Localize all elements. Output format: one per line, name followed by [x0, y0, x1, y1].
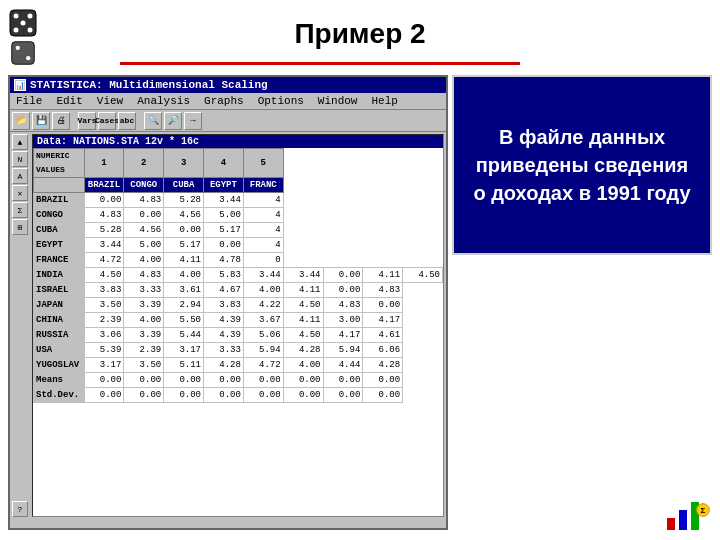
col-name-congo: CONGO [124, 178, 164, 193]
menu-help[interactable]: Help [367, 94, 401, 108]
menu-window[interactable]: Window [314, 94, 362, 108]
cell-china-4: 3.67 [243, 313, 283, 328]
toolbar-btn-save[interactable]: 💾 [32, 112, 50, 130]
cell-ext-std.dev.-1: 0.00 [323, 388, 363, 403]
col-name-egypt: EGYPT [204, 178, 244, 193]
cell-russia-0: 3.06 [84, 328, 124, 343]
toolbar-btn-abc[interactable]: abc [118, 112, 136, 130]
cell-china-3: 4.39 [204, 313, 244, 328]
dice-decoration [8, 8, 38, 66]
col-2: 2 [124, 149, 164, 178]
cell-russia-4: 5.06 [243, 328, 283, 343]
cell-japan-2: 2.94 [164, 298, 204, 313]
toolbar-btn-zoom-out[interactable]: 🔎 [164, 112, 182, 130]
numeric-values-header: NUMERICVALUES [34, 149, 85, 178]
cell-means-3: 0.00 [204, 373, 244, 388]
col-name-cuba: CUBA [164, 178, 204, 193]
menu-options[interactable]: Options [254, 94, 308, 108]
cell-brazil-1: 4.83 [124, 193, 164, 208]
table-row: ISRAEL3.833.333.614.674.004.110.004.83 [34, 283, 443, 298]
table-row: Std.Dev.0.000.000.000.000.000.000.000.00 [34, 388, 443, 403]
window-title: STATISTICA: Multidimensional Scaling [30, 79, 268, 91]
menu-view[interactable]: View [93, 94, 127, 108]
side-btn-grid[interactable]: ⊞ [12, 219, 28, 235]
row-header-israel: ISRAEL [34, 283, 85, 298]
cell-india-2: 4.00 [164, 268, 204, 283]
toolbar-btn-print[interactable]: 🖨 [52, 112, 70, 130]
cell-congo-3: 5.00 [204, 208, 244, 223]
side-btn-x[interactable]: ✕ [12, 185, 28, 201]
menu-file[interactable]: File [12, 94, 46, 108]
cell-cuba-3: 5.17 [204, 223, 244, 238]
cell-std.dev.-1: 0.00 [124, 388, 164, 403]
cell-cuba-1: 4.56 [124, 223, 164, 238]
cell-russia-2: 5.44 [164, 328, 204, 343]
title-underline [120, 62, 520, 65]
side-btn-up[interactable]: ▲ [12, 134, 28, 150]
main-area: 📊 STATISTICA: Multidimensional Scaling F… [8, 75, 712, 530]
cell-ext-std.dev.-0: 0.00 [283, 388, 323, 403]
side-toolbar: ▲ N A ✕ Σ ⊞ ? [12, 134, 30, 517]
side-btn-sigma[interactable]: Σ [12, 202, 28, 218]
cell-std.dev.-4: 0.00 [243, 388, 283, 403]
cell-yugoslav-4: 4.72 [243, 358, 283, 373]
cell-ext-israel-2: 4.83 [363, 283, 403, 298]
cell-japan-1: 3.39 [124, 298, 164, 313]
side-btn-q[interactable]: ? [12, 501, 28, 517]
cell-ext-israel-1: 0.00 [323, 283, 363, 298]
table-row: CONGO4.830.004.565.004 [34, 208, 443, 223]
col-name-brazil: BRAZIL [84, 178, 124, 193]
cell-ext-std.dev.-2: 0.00 [363, 388, 403, 403]
cell-china-0: 2.39 [84, 313, 124, 328]
menu-edit[interactable]: Edit [52, 94, 86, 108]
cell-means-0: 0.00 [84, 373, 124, 388]
side-btn-a[interactable]: A [12, 168, 28, 184]
toolbar-btn-vars[interactable]: Vars [78, 112, 96, 130]
side-btn-n[interactable]: N [12, 151, 28, 167]
cell-cuba-0: 5.28 [84, 223, 124, 238]
data-grid: NUMERICVALUES 1 2 3 4 5 BRAZIL CONGO CUB… [33, 148, 443, 403]
cell-std.dev.-2: 0.00 [164, 388, 204, 403]
row-header-egypt: EGYPT [34, 238, 85, 253]
page-title: Пример 2 [0, 0, 720, 62]
window-menubar[interactable]: File Edit View Analysis Graphs Options W… [10, 93, 446, 110]
cell-yugoslav-3: 4.28 [204, 358, 244, 373]
row-header-china: CHINA [34, 313, 85, 328]
cell-usa-0: 5.39 [84, 343, 124, 358]
cell-ext-means-1: 0.00 [323, 373, 363, 388]
toolbar-btn-cases[interactable]: Cases [98, 112, 116, 130]
cell-egypt-2: 5.17 [164, 238, 204, 253]
row-header-std.dev.: Std.Dev. [34, 388, 85, 403]
cell-japan-4: 4.22 [243, 298, 283, 313]
table-row: Means0.000.000.000.000.000.000.000.00 [34, 373, 443, 388]
cell-brazil-2: 5.28 [164, 193, 204, 208]
cell-means-2: 0.00 [164, 373, 204, 388]
row-header-japan: JAPAN [34, 298, 85, 313]
dice2-icon [10, 40, 36, 66]
cell-congo-0: 4.83 [84, 208, 124, 223]
cell-brazil-3: 3.44 [204, 193, 244, 208]
dice-icon [8, 8, 38, 38]
menu-analysis[interactable]: Analysis [133, 94, 194, 108]
svg-text:Σ: Σ [701, 506, 706, 515]
cell-russia-3: 4.39 [204, 328, 244, 343]
cell-ext-india-0: 3.44 [283, 268, 323, 283]
cell-india-3: 5.83 [204, 268, 244, 283]
cell-cuba-4: 4 [243, 223, 283, 238]
toolbar-btn-open[interactable]: 📂 [12, 112, 30, 130]
cell-ext-means-0: 0.00 [283, 373, 323, 388]
cell-ext-india-3: 4.50 [403, 268, 443, 283]
menu-graphs[interactable]: Graphs [200, 94, 248, 108]
bottom-right-decoration: Σ [662, 494, 712, 538]
cell-usa-3: 3.33 [204, 343, 244, 358]
cell-std.dev.-3: 0.00 [204, 388, 244, 403]
toolbar-btn-arrow[interactable]: → [184, 112, 202, 130]
cell-means-4: 0.00 [243, 373, 283, 388]
row-header-yugoslav: YUGOSLAV [34, 358, 85, 373]
cell-yugoslav-0: 3.17 [84, 358, 124, 373]
cell-usa-2: 3.17 [164, 343, 204, 358]
toolbar-btn-zoom-in[interactable]: 🔍 [144, 112, 162, 130]
table-row: INDIA4.504.834.005.833.443.440.004.114.5… [34, 268, 443, 283]
cell-israel-4: 4.00 [243, 283, 283, 298]
svg-point-4 [28, 14, 33, 19]
